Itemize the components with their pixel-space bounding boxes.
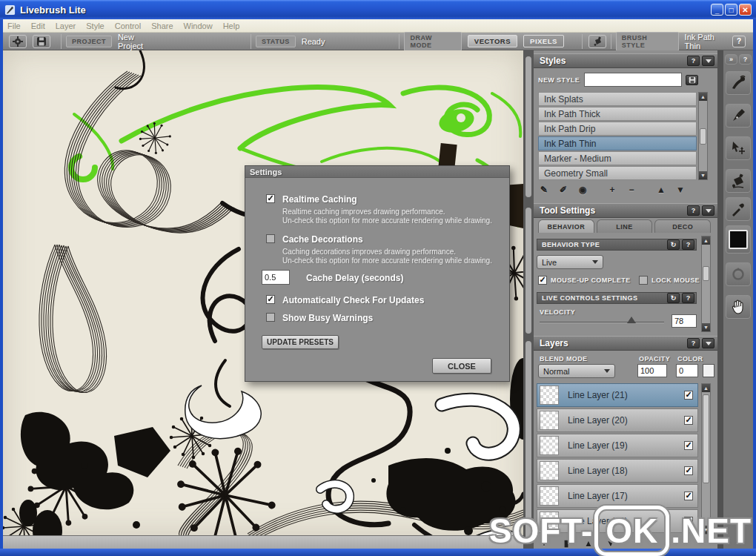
behavior-help-button[interactable]: ?: [682, 239, 694, 250]
layer-visible-checkbox[interactable]: [684, 441, 693, 450]
auto-updates-checkbox[interactable]: [266, 295, 275, 304]
menu-style[interactable]: Style: [86, 21, 104, 30]
tool-settings-help-button[interactable]: ?: [687, 205, 700, 216]
tab-line[interactable]: LINE: [597, 219, 653, 233]
scroll-thumb[interactable]: [525, 208, 531, 334]
brush-tool-button[interactable]: [726, 71, 751, 95]
scroll-up-icon[interactable]: ▲: [702, 236, 710, 245]
scroll-thumb[interactable]: [700, 128, 706, 145]
layers-collapse-button[interactable]: [702, 338, 714, 348]
collapse-panels-button[interactable]: »: [725, 54, 737, 64]
auto-updates-row[interactable]: Automatically Check For Updates: [266, 295, 424, 305]
menu-edit[interactable]: Edit: [31, 21, 45, 30]
live-controls-help-button[interactable]: ?: [682, 293, 694, 303]
mouse-up-complete-row[interactable]: MOUSE-UP COMPLETE: [538, 276, 631, 285]
cache-decorations-row[interactable]: Cache Decorations: [266, 234, 363, 245]
layer-visible-checkbox[interactable]: [684, 492, 693, 500]
tool-settings-collapse-button[interactable]: [702, 205, 714, 216]
pan-tool-button[interactable]: [726, 295, 751, 319]
close-dialog-button[interactable]: CLOSE: [432, 358, 491, 374]
toolstrip-help-button[interactable]: ?: [739, 54, 752, 64]
pen-tool-button[interactable]: [726, 104, 751, 128]
scroll-thumb[interactable]: [525, 56, 531, 197]
scroll-up-icon[interactable]: ▲: [702, 384, 710, 392]
toolbar-help-button[interactable]: ?: [732, 36, 746, 47]
vectors-mode-button[interactable]: VECTORS: [468, 35, 517, 47]
copy-style-icon[interactable]: ✐: [556, 184, 571, 196]
menu-file[interactable]: File: [7, 21, 21, 30]
lock-mouse-checkbox[interactable]: [639, 276, 648, 285]
color-swatch-button[interactable]: [726, 225, 751, 254]
slider-thumb[interactable]: [627, 317, 636, 323]
style-item-selected[interactable]: Ink Path Thin: [538, 136, 697, 150]
refresh-tool-button[interactable]: [726, 262, 751, 286]
velocity-slider[interactable]: [540, 322, 664, 323]
layers-help-button[interactable]: ?: [687, 338, 700, 348]
maximize-button[interactable]: □: [725, 4, 737, 16]
style-item[interactable]: Ink Path Thick: [538, 107, 697, 121]
scroll-down-icon[interactable]: ▼: [702, 323, 710, 331]
layer-visible-checkbox[interactable]: [684, 416, 693, 425]
behavior-sync-button[interactable]: ↻: [667, 239, 680, 250]
new-style-input[interactable]: [584, 73, 682, 87]
move-style-down-button[interactable]: ▼: [673, 184, 688, 196]
cache-decorations-checkbox[interactable]: [266, 234, 275, 243]
tab-deco[interactable]: DECO: [654, 219, 711, 233]
style-item[interactable]: Ink Splats: [538, 92, 697, 106]
style-item[interactable]: Marker - Medium: [538, 151, 697, 165]
save-style-button[interactable]: [686, 75, 698, 85]
menu-control[interactable]: Control: [115, 21, 141, 30]
layer-row[interactable]: Line Layer (20): [537, 408, 698, 432]
lock-mouse-row[interactable]: LOCK MOUSE: [639, 276, 700, 285]
realtime-caching-checkbox[interactable]: [266, 194, 275, 203]
layer-row[interactable]: Line Layer (17): [537, 484, 698, 508]
tab-behavior[interactable]: BEHAVIOR: [538, 219, 594, 233]
color-input[interactable]: [676, 364, 698, 377]
move-style-up-button[interactable]: ▲: [654, 184, 669, 196]
close-button[interactable]: ✕: [739, 4, 752, 16]
layer-row[interactable]: Line Layer (19): [537, 434, 698, 457]
behavior-type-dropdown[interactable]: Live: [537, 255, 603, 269]
edit-style-icon[interactable]: ✎: [537, 184, 551, 196]
add-style-button[interactable]: +: [605, 184, 620, 196]
cache-delay-input[interactable]: [262, 270, 290, 285]
menu-help[interactable]: Help: [223, 21, 240, 30]
scroll-up-icon[interactable]: ▲: [699, 93, 707, 101]
layer-visible-checkbox[interactable]: [684, 391, 693, 400]
layer-color-swatch[interactable]: [703, 364, 714, 377]
preview-eye-icon[interactable]: ◉: [575, 184, 590, 196]
fill-tool-button[interactable]: [726, 169, 751, 193]
styles-list-scrollbar[interactable]: ▲ ▼: [698, 92, 708, 180]
settings-gear-button[interactable]: [9, 35, 27, 48]
move-tool-button[interactable]: [726, 136, 751, 160]
scroll-thumb[interactable]: [703, 394, 709, 483]
sidebar-scrollbar[interactable]: [523, 50, 534, 549]
update-presets-button[interactable]: UPDATE PRESETS: [262, 335, 339, 349]
layer-visible-checkbox[interactable]: [684, 466, 693, 475]
style-item[interactable]: Ink Path Drip: [538, 122, 697, 136]
scroll-down-icon[interactable]: ▼: [699, 171, 707, 179]
realtime-caching-row[interactable]: Realtime Caching: [266, 194, 357, 205]
mouse-up-complete-checkbox[interactable]: [538, 276, 547, 285]
velocity-input[interactable]: [672, 314, 697, 328]
blend-mode-dropdown[interactable]: Normal: [538, 364, 615, 378]
layer-row[interactable]: Line Layer (18): [537, 459, 698, 483]
tool-settings-scrollbar[interactable]: ▲ ▼: [701, 236, 711, 332]
pixels-mode-button[interactable]: PIXELS: [523, 35, 564, 47]
live-controls-sync-button[interactable]: ↻: [667, 293, 680, 303]
ink-bottle-button[interactable]: [588, 35, 606, 48]
minimize-button[interactable]: _: [711, 4, 723, 16]
menu-layer[interactable]: Layer: [56, 21, 76, 30]
style-item[interactable]: Geometry Small: [538, 166, 697, 180]
layer-row-selected[interactable]: Line Layer (21): [537, 383, 698, 407]
eyedropper-tool-button[interactable]: [726, 197, 751, 221]
menu-share[interactable]: Share: [151, 21, 173, 30]
busy-warnings-checkbox[interactable]: [266, 313, 275, 322]
menu-window[interactable]: Window: [184, 21, 213, 30]
styles-collapse-button[interactable]: [702, 56, 714, 66]
scroll-thumb[interactable]: [703, 266, 709, 281]
save-project-button[interactable]: [33, 35, 50, 48]
opacity-input[interactable]: [637, 364, 667, 377]
styles-help-button[interactable]: ?: [687, 56, 700, 66]
busy-warnings-row[interactable]: Show Busy Warnings: [266, 313, 373, 323]
